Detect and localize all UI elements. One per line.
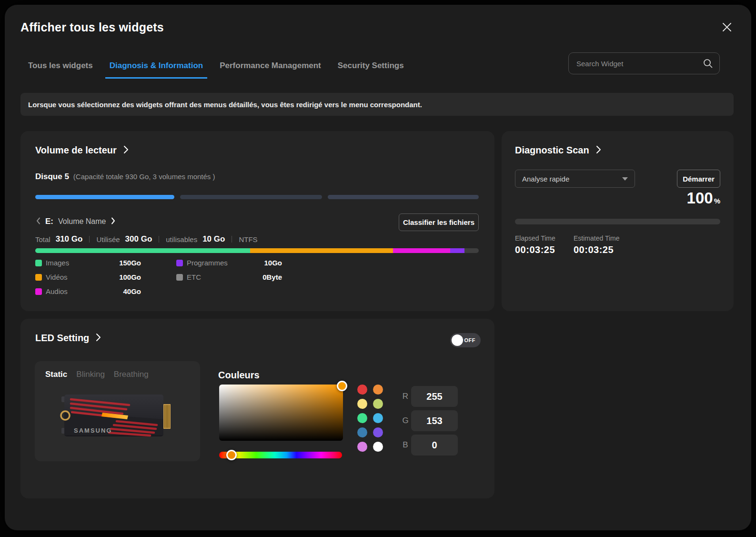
usage-segment-audios <box>393 248 450 253</box>
chevron-right-icon[interactable] <box>111 217 115 226</box>
volume-segment-2[interactable] <box>180 195 322 199</box>
legend-label: ETC <box>187 273 201 281</box>
mode-tab-static[interactable]: Static <box>45 370 67 379</box>
legend-value: 10Go <box>264 259 282 267</box>
close-icon[interactable] <box>719 19 735 35</box>
led-setting-card: LED Setting OFF Static Blinking Breathin… <box>20 319 494 498</box>
color-swatch[interactable] <box>373 413 383 423</box>
stat-value: 300 Go <box>125 234 152 244</box>
legend-swatch <box>35 288 42 295</box>
tab-tous-les-widgets[interactable]: Tous les widgets <box>28 61 93 79</box>
tab-diagnosis-information[interactable]: Diagnosis & Information <box>105 61 207 79</box>
legend-swatch <box>176 260 183 266</box>
search-input[interactable] <box>576 53 700 74</box>
ssd-device-image: SAMSUNG <box>57 390 179 444</box>
toggle-knob <box>452 334 463 346</box>
percent-sign: % <box>714 197 720 205</box>
legend-label: Vidéos <box>46 273 68 281</box>
legend-item: Programmes10Go <box>176 258 282 268</box>
filesystem-label: NTFS <box>239 235 257 243</box>
rgb-input-g[interactable]: 153 <box>411 410 458 431</box>
color-swatch[interactable] <box>357 413 367 423</box>
legend-item: ETC0Byte <box>176 272 282 282</box>
percent-value: 100 <box>687 189 713 207</box>
legend-swatch <box>176 274 183 281</box>
chevron-left-icon[interactable] <box>36 217 40 226</box>
volume-stats: Total 310 Go Utilisée 300 Go utilisables… <box>35 234 258 244</box>
stat-value: 10 Go <box>202 234 225 244</box>
color-swatch[interactable] <box>357 427 367 437</box>
hue-slider-handle[interactable] <box>226 450 237 460</box>
elapsed-time-label: Elapsed Time <box>515 234 555 242</box>
rgb-input-r[interactable]: 255 <box>411 386 458 407</box>
stat-label: Utilisée <box>96 235 120 243</box>
volume-segment-selected[interactable] <box>35 195 174 199</box>
legend-col-2: Programmes10GoETC0Byte <box>176 258 282 282</box>
legend-item: Images150Go <box>35 258 141 268</box>
ssd-brand-text: SAMSUNG <box>74 427 112 434</box>
legend-col-1: Images150GoVidéos100GoAudios40Go <box>35 258 141 296</box>
volume-letter: E: <box>45 217 53 226</box>
volume-card-header[interactable]: Volume de lecteur <box>35 145 129 156</box>
tab-performance-management[interactable]: Performance Management <box>220 61 321 79</box>
stat-value: 310 Go <box>56 234 83 244</box>
search-icon[interactable] <box>703 58 713 71</box>
scan-progress-bar <box>515 219 720 224</box>
usage-bar <box>35 248 479 253</box>
estimated-time-value: 00:03:25 <box>574 244 614 255</box>
disk-capacity-info: (Capacité totale 930 Go, 3 volumes monté… <box>73 172 215 181</box>
scan-type-dropdown[interactable]: Analyse rapide <box>515 170 635 188</box>
disk-name: Disque 5 <box>35 172 69 182</box>
scan-progress-percent: 100 % <box>687 189 720 207</box>
scan-type-value: Analyse rapide <box>522 175 569 183</box>
led-toggle[interactable]: OFF <box>450 333 481 347</box>
widgets-modal: Afficher tous les widgets Tous les widge… <box>5 5 751 530</box>
volume-widget-card: Volume de lecteur Disque 5 (Capacité tot… <box>20 131 494 311</box>
tab-security-settings[interactable]: Security Settings <box>338 61 404 79</box>
color-swatch-grid <box>357 385 383 452</box>
color-swatch[interactable] <box>373 442 383 452</box>
start-scan-button[interactable]: Démarrer <box>677 170 720 188</box>
estimated-time-label: Estimated Time <box>574 234 619 242</box>
volume-card-title: Volume de lecteur <box>35 145 117 156</box>
divider <box>159 236 159 243</box>
diagnostic-card-title: Diagnostic Scan <box>515 145 589 156</box>
saturation-brightness-picker[interactable] <box>219 385 343 441</box>
legend-label: Programmes <box>187 259 228 267</box>
chevron-right-icon <box>596 145 601 156</box>
color-swatch[interactable] <box>373 399 383 409</box>
volume-navigator: E: Volume Name <box>36 217 115 226</box>
volume-segment-3[interactable] <box>328 195 479 199</box>
color-swatch[interactable] <box>357 385 367 395</box>
color-swatch[interactable] <box>357 442 367 452</box>
color-swatch[interactable] <box>373 385 383 395</box>
diagnostic-scan-card: Diagnostic Scan Analyse rapide Démarrer … <box>502 131 734 311</box>
color-swatch[interactable] <box>373 427 383 437</box>
chevron-right-icon <box>123 145 129 156</box>
rgb-label-r: R <box>401 392 410 401</box>
classify-files-button[interactable]: Classifier les fichiers <box>399 213 479 231</box>
volume-name: Volume Name <box>58 217 106 226</box>
legend-swatch <box>35 260 42 266</box>
led-mode-panel: Static Blinking Breathing <box>35 361 200 461</box>
legend-label: Images <box>46 259 69 267</box>
rgb-input-b[interactable]: 0 <box>411 435 458 456</box>
volume-segments <box>35 195 479 199</box>
tab-bar: Tous les widgets Diagnosis & Information… <box>28 61 404 79</box>
divider <box>89 236 90 243</box>
mode-tab-breathing[interactable]: Breathing <box>114 370 149 379</box>
mode-tab-blinking[interactable]: Blinking <box>76 370 105 379</box>
legend-label: Audios <box>46 287 68 295</box>
led-card-title: LED Setting <box>35 333 89 344</box>
page-title: Afficher tous les widgets <box>20 20 164 34</box>
legend-value: 40Go <box>123 287 141 295</box>
picker-handle[interactable] <box>337 381 347 391</box>
color-swatch[interactable] <box>357 399 367 409</box>
caret-down-icon <box>622 177 628 181</box>
diagnostic-card-header[interactable]: Diagnostic Scan <box>515 145 601 156</box>
led-card-header[interactable]: LED Setting <box>35 333 101 344</box>
legend-swatch <box>35 274 42 281</box>
chevron-right-icon <box>96 333 101 344</box>
hue-slider[interactable] <box>219 452 342 458</box>
legend-value: 0Byte <box>262 273 282 281</box>
